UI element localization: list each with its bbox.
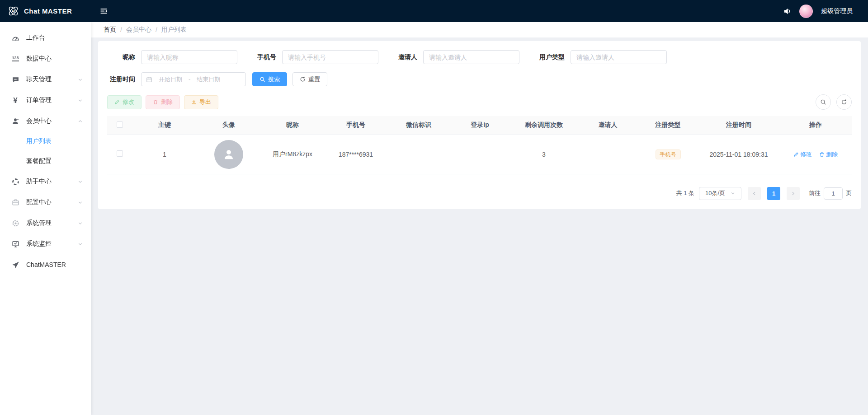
reset-button[interactable]: 重置 xyxy=(292,72,327,86)
sidebar-item-package-config[interactable]: 套餐配置 xyxy=(0,151,91,171)
cell-phone: 187****6931 xyxy=(324,135,387,174)
sidebar-item-system-monitor[interactable]: 系统监控 xyxy=(0,233,91,254)
chevron-down-icon xyxy=(78,98,83,103)
sidebar-item-config-center[interactable]: 配置中心 xyxy=(0,192,91,213)
edit-pen-icon xyxy=(114,99,120,105)
edit-pen-icon xyxy=(793,152,799,157)
row-edit-link[interactable]: 修改 xyxy=(793,150,812,159)
collapse-menu-icon xyxy=(100,7,108,15)
sidebar-item-member-center[interactable]: 会员中心 xyxy=(0,111,91,131)
chevron-down-icon xyxy=(78,221,83,226)
select-all-checkbox[interactable] xyxy=(117,121,123,128)
prev-page-button[interactable] xyxy=(748,187,761,200)
chevron-left-icon xyxy=(752,191,757,196)
dashboard-icon xyxy=(11,34,20,42)
sidebar-item-assistant-center[interactable]: 助手中心 xyxy=(0,171,91,192)
page-size-value: 10条/页 xyxy=(705,189,725,197)
row-edit-label: 修改 xyxy=(800,150,812,159)
user-table: 主键 头像 昵称 手机号 微信标识 登录ip 剩余调用次数 邀请人 注册类型 注… xyxy=(107,116,852,174)
cell-actions: 修改 删除 xyxy=(779,135,852,174)
sidebar-item-system-mgmt[interactable]: 系统管理 xyxy=(0,213,91,233)
date-range-picker[interactable]: - xyxy=(141,72,246,86)
app-title: Chat MASTER xyxy=(24,7,72,15)
export-button[interactable]: 导出 xyxy=(184,95,218,109)
filter-row-2: 注册时间 - xyxy=(107,72,852,86)
filter-inviter: 邀请人 xyxy=(398,50,519,64)
inviter-label: 邀请人 xyxy=(398,53,417,61)
table-header-row: 主键 头像 昵称 手机号 微信标识 登录ip 剩余调用次数 邀请人 注册类型 注… xyxy=(107,116,852,135)
chevron-down-icon xyxy=(78,77,83,82)
app-logo-area[interactable]: AI Chat MASTER xyxy=(0,5,91,17)
current-page-button[interactable]: 1 xyxy=(767,187,780,200)
cell-id: 1 xyxy=(132,135,197,174)
sidebar-item-chatmaster[interactable]: ChatMASTER xyxy=(0,254,91,275)
volume-icon[interactable] xyxy=(783,7,791,15)
breadcrumb-member-center: 会员中心 xyxy=(126,26,151,34)
filter-nickname: 昵称 xyxy=(107,50,237,64)
table-search-toggle-button[interactable] xyxy=(816,94,831,110)
goto-prefix-label: 前往 xyxy=(809,189,821,197)
trash-icon xyxy=(819,152,825,157)
member-person-icon xyxy=(11,117,20,125)
filter-user-type: 用户类型 xyxy=(539,50,667,64)
search-button[interactable]: 搜索 xyxy=(252,72,287,86)
cell-register-type: 手机号 xyxy=(638,135,698,174)
calendar-icon xyxy=(146,76,152,83)
sidebar-item-label: 订单管理 xyxy=(26,96,52,104)
phone-input[interactable] xyxy=(282,50,378,64)
sidebar-item-label: 工作台 xyxy=(26,34,45,42)
search-icon xyxy=(820,99,826,105)
delete-button[interactable]: 删除 xyxy=(146,95,180,109)
reset-button-label: 重置 xyxy=(308,75,320,84)
register-time-label: 注册时间 xyxy=(107,75,135,84)
breadcrumb-user-list: 用户列表 xyxy=(161,26,187,34)
end-date-input[interactable] xyxy=(192,75,225,83)
user-role-label[interactable]: 超级管理员 xyxy=(821,7,853,15)
monitor-icon xyxy=(11,240,20,248)
pagination-total: 共 1 条 xyxy=(676,189,694,197)
goto-suffix-label: 页 xyxy=(846,189,852,197)
column-header-nickname: 昵称 xyxy=(261,116,324,135)
yen-icon: ¥ xyxy=(11,97,20,104)
cell-avatar xyxy=(197,135,261,174)
user-avatar[interactable] xyxy=(799,5,813,18)
edit-button[interactable]: 修改 xyxy=(107,95,142,109)
search-button-label: 搜索 xyxy=(268,75,280,84)
user-type-input[interactable] xyxy=(571,50,667,64)
sidebar: 工作台 123 数据中心 聊天管理 ¥ 订单管理 xyxy=(0,22,91,415)
nickname-label: 昵称 xyxy=(107,53,135,61)
cell-remaining-calls: 3 xyxy=(510,135,578,174)
row-delete-link[interactable]: 删除 xyxy=(819,150,838,159)
sidebar-item-label: 配置中心 xyxy=(26,198,52,206)
column-header-id: 主键 xyxy=(132,116,197,135)
next-page-button[interactable] xyxy=(787,187,800,200)
table-row: 1 用户rM8zkzpx 187****6931 xyxy=(107,135,852,174)
chat-bubble-icon xyxy=(11,76,20,84)
chevron-up-icon xyxy=(78,119,83,124)
row-checkbox[interactable] xyxy=(117,150,123,157)
breadcrumb: 首页 / 会员中心 / 用户列表 xyxy=(91,22,868,37)
sidebar-collapse-button[interactable] xyxy=(100,7,108,15)
column-header-register-time: 注册时间 xyxy=(698,116,779,135)
page-size-select[interactable]: 10条/页 xyxy=(699,187,741,200)
start-date-input[interactable] xyxy=(154,75,187,83)
inviter-input[interactable] xyxy=(423,50,519,64)
filter-row-1: 昵称 手机号 邀请人 用户类型 xyxy=(107,50,852,64)
sidebar-item-label: 数据中心 xyxy=(26,55,52,63)
table-refresh-button[interactable] xyxy=(836,94,852,110)
breadcrumb-home[interactable]: 首页 xyxy=(104,26,116,34)
data-123-icon: 123 xyxy=(11,56,20,61)
chevron-down-icon xyxy=(731,191,735,196)
sidebar-item-workbench[interactable]: 工作台 xyxy=(0,28,91,48)
sidebar-item-order-mgmt[interactable]: ¥ 订单管理 xyxy=(0,90,91,111)
cell-wechat xyxy=(387,135,450,174)
sidebar-item-chat-mgmt[interactable]: 聊天管理 xyxy=(0,69,91,90)
toolbar-right xyxy=(816,94,852,110)
goto-page-input[interactable] xyxy=(824,187,843,200)
breadcrumb-separator: / xyxy=(156,26,157,33)
refresh-icon xyxy=(300,76,306,82)
sidebar-item-user-list[interactable]: 用户列表 xyxy=(0,131,91,151)
sidebar-item-data-center[interactable]: 123 数据中心 xyxy=(0,48,91,69)
nickname-input[interactable] xyxy=(141,50,237,64)
chevron-right-icon xyxy=(791,191,796,196)
